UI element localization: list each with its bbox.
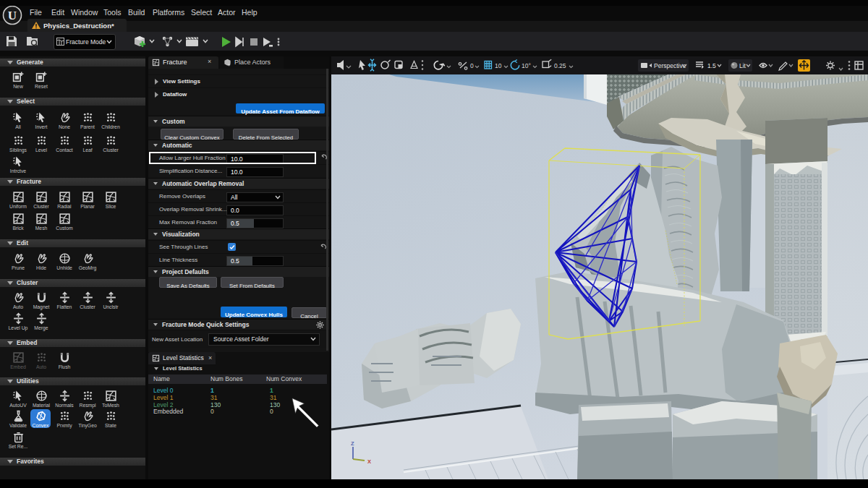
svg-text:0: 0	[470, 62, 474, 69]
svg-text:10: 10	[495, 62, 502, 69]
svg-text:10°: 10°	[522, 62, 531, 69]
svg-text:1.5: 1.5	[707, 62, 716, 69]
svg-text:U: U	[8, 9, 17, 22]
svg-text:Perspective: Perspective	[654, 62, 686, 69]
svg-text:0.25: 0.25	[554, 62, 566, 69]
svg-text:Lit: Lit	[739, 62, 746, 69]
svg-text:X: X	[367, 458, 371, 465]
svg-text:Z: Z	[351, 440, 354, 447]
